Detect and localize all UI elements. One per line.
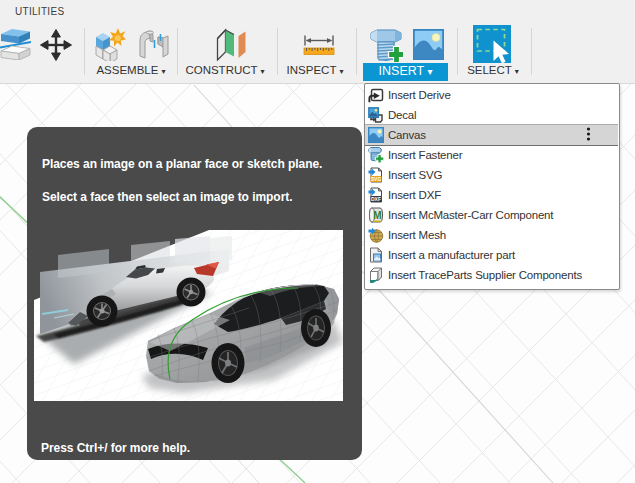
svg-text:DXF: DXF <box>371 196 381 202</box>
svg-text:SVG: SVG <box>371 176 382 182</box>
svg-text:M: M <box>373 210 381 221</box>
